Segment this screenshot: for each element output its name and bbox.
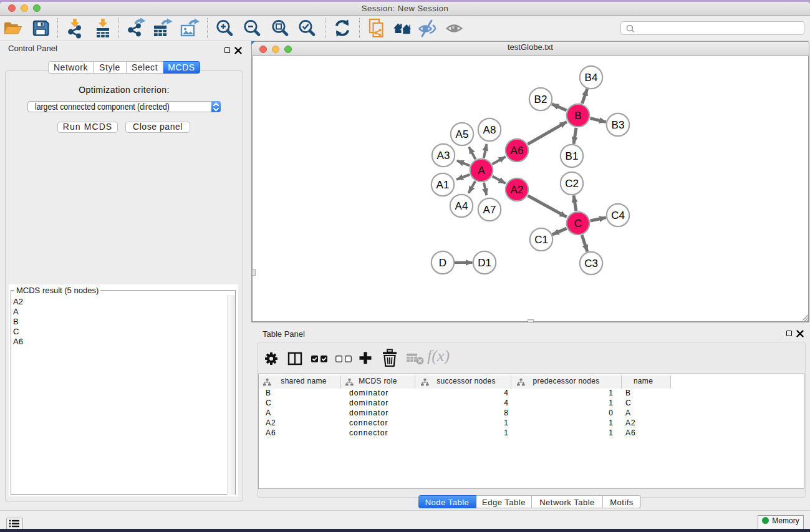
svg-text:A5: A5 [456, 128, 469, 140]
svg-text:A6: A6 [511, 145, 524, 157]
svg-text:A7: A7 [483, 204, 496, 216]
svg-text:C4: C4 [611, 210, 625, 221]
svg-text:D: D [439, 257, 446, 269]
svg-text:A4: A4 [455, 200, 468, 212]
svg-text:A3: A3 [437, 150, 450, 162]
svg-text:A8: A8 [483, 124, 496, 136]
svg-text:B4: B4 [585, 72, 598, 84]
svg-text:B1: B1 [566, 150, 579, 162]
svg-text:C: C [574, 218, 582, 230]
svg-text:B2: B2 [534, 94, 547, 105]
svg-text:C3: C3 [584, 258, 598, 269]
svg-text:A1: A1 [436, 179, 450, 191]
svg-text:B: B [574, 110, 581, 122]
svg-text:A: A [478, 165, 485, 177]
svg-text:A2: A2 [511, 184, 524, 196]
svg-text:C1: C1 [534, 234, 548, 246]
svg-text:D1: D1 [478, 257, 491, 269]
svg-text:B3: B3 [612, 119, 625, 131]
svg-text:C2: C2 [565, 178, 579, 190]
